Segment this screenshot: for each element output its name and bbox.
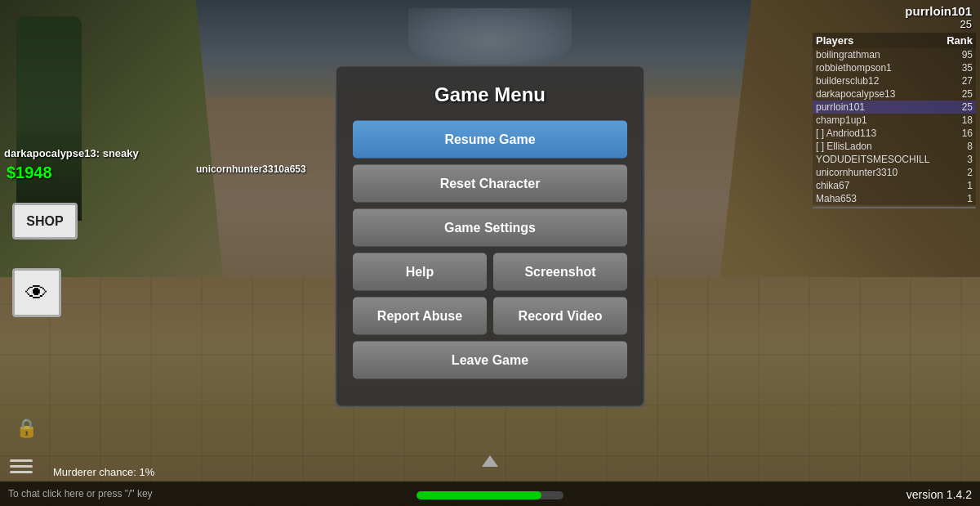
player-name: chika67: [816, 180, 849, 191]
menu-title: Game Menu: [353, 83, 627, 105]
hamburger-line-1: [10, 459, 33, 462]
money-display: $1948: [7, 163, 52, 182]
record-video-button[interactable]: Record Video: [493, 297, 627, 334]
player-rank: 25: [905, 18, 972, 30]
hamburger-line-3: [10, 471, 33, 473]
player-name: YODUDEITSMESOCHILL: [816, 154, 929, 165]
chat-message: darkapocalypse13: sneaky: [0, 146, 143, 161]
leaderboard-row: purrloin10125: [813, 101, 976, 114]
player-rank-value: 25: [962, 88, 973, 100]
player-name: darkapocalypse13: [816, 88, 895, 100]
leaderboard-row: YODUDEITSMESOCHILL3: [813, 153, 976, 166]
health-fill: [416, 491, 541, 499]
player-name: unicornhunter3310: [816, 167, 898, 178]
leaderboard-row: chika671: [813, 179, 976, 192]
leaderboard-row: Maha6531: [813, 192, 976, 205]
leaderboard-rank-header: Rank: [947, 34, 973, 47]
leaderboard-row: unicornhunter33102: [813, 166, 976, 179]
player-name: champ1up1: [816, 114, 867, 126]
leaderboard-row: champ1up118: [813, 114, 976, 127]
player-rank-value: 35: [962, 62, 973, 74]
chat-hint[interactable]: To chat click here or press "/" key: [8, 488, 153, 499]
game-menu: Game Menu Resume Game Reset Character Ga…: [335, 65, 645, 407]
eye-button[interactable]: 👁: [12, 268, 61, 317]
version-text: version 1.4.2: [906, 488, 972, 501]
player-rank-value: 18: [962, 114, 973, 126]
murderer-chance: Murderer chance: 1%: [53, 466, 154, 478]
player-name: boilingrathman: [816, 49, 880, 60]
health-bar: [416, 491, 564, 499]
leaderboard-row: [ ] EllisLadon8: [813, 140, 976, 153]
leaderboard-row: boilingrathman95: [813, 48, 976, 61]
player-rank-value: 3: [967, 154, 973, 165]
leave-game-button[interactable]: Leave Game: [353, 341, 627, 378]
player-rank-value: 27: [962, 75, 973, 87]
player-rank-value: 2: [967, 167, 973, 178]
player-name: Maha653: [816, 193, 857, 204]
player-name: [ ] Andriod113: [816, 128, 876, 139]
shop-button[interactable]: SHOP: [12, 203, 78, 240]
leaderboard-row: [ ] Andriod11316: [813, 127, 976, 140]
player-rank-value: 16: [962, 128, 973, 139]
report-record-row: Report Abuse Record Video: [353, 297, 627, 334]
scroll-arrow-icon[interactable]: [482, 455, 498, 467]
leaderboard-row: buildersclub1227: [813, 74, 976, 87]
help-screenshot-row: Help Screenshot: [353, 253, 627, 290]
player-rank-value: 1: [967, 180, 973, 191]
hamburger-menu-icon[interactable]: [10, 459, 33, 473]
leaderboard-header: Players Rank: [813, 33, 976, 48]
leaderboard-row: darkapocalypse1325: [813, 87, 976, 101]
game-settings-button[interactable]: Game Settings: [353, 208, 627, 246]
reset-character-button[interactable]: Reset Character: [353, 164, 627, 202]
report-abuse-button[interactable]: Report Abuse: [353, 297, 487, 334]
leaderboard-divider: [813, 207, 976, 208]
player-nametag: unicornhunter3310a653: [196, 163, 306, 175]
player-username: purrloin101: [905, 4, 972, 18]
player-rank-value: 25: [962, 101, 973, 113]
player-rank-value: 1: [967, 193, 973, 204]
screenshot-button[interactable]: Screenshot: [493, 253, 627, 290]
leaderboard: Players Rank boilingrathman95robbiethomp…: [813, 33, 976, 210]
bottom-bar: To chat click here or press "/" key vers…: [0, 481, 980, 506]
player-name: purrloin101: [816, 101, 865, 113]
player-name: robbiethompson1: [816, 62, 892, 74]
player-rank-value: 95: [962, 49, 973, 60]
lock-icon: 🔒: [10, 412, 42, 445]
leaderboard-row: robbiethompson135: [813, 61, 976, 74]
leaderboard-player-header: Players: [816, 34, 853, 47]
help-button[interactable]: Help: [353, 253, 487, 290]
player-name: [ ] EllisLadon: [816, 141, 872, 152]
player-rank-value: 8: [967, 141, 973, 152]
leaderboard-rows: boilingrathman95robbiethompson135builder…: [813, 48, 976, 205]
resume-button[interactable]: Resume Game: [353, 120, 627, 158]
player-info: purrloin101 25: [905, 4, 972, 30]
eye-icon: 👁: [25, 280, 48, 307]
hamburger-line-2: [10, 465, 33, 468]
player-name: buildersclub12: [816, 75, 879, 87]
